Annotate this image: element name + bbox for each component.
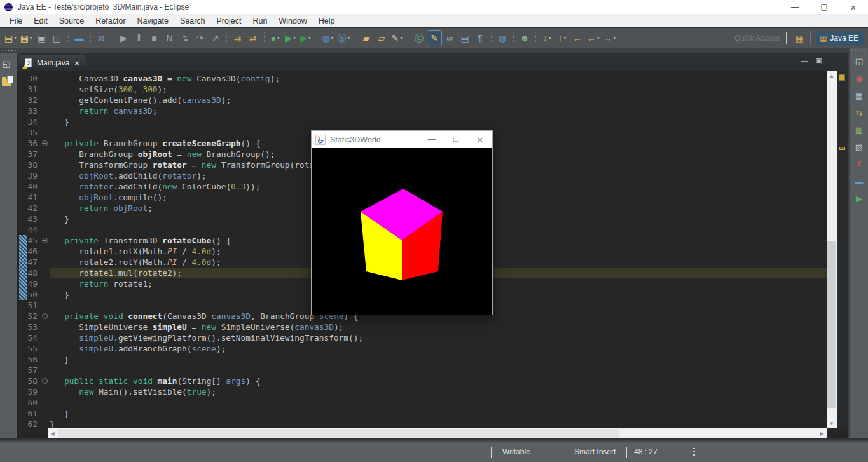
static3dworld-title-bar[interactable]: Static3DWorld — □ ×: [312, 131, 492, 148]
back-button[interactable]: ←▾: [586, 31, 601, 46]
scroll-down-icon[interactable]: ▼: [827, 419, 837, 428]
open-web-browser-button[interactable]: ◍: [495, 31, 509, 46]
horizontal-scrollbar-thumb[interactable]: [58, 429, 619, 438]
overview-annotation-marker[interactable]: [839, 147, 845, 150]
code-line-33[interactable]: 33 return canvas3D;: [17, 105, 827, 116]
problems-view-icon[interactable]: ✗: [853, 158, 865, 170]
skip-all-breakpoints-button[interactable]: ⊘: [95, 31, 109, 46]
menu-search[interactable]: Search: [174, 14, 211, 28]
code-line-34[interactable]: 34 }: [17, 116, 827, 127]
tab-main-java[interactable]: J Main.java ×: [18, 55, 86, 71]
code-line-57[interactable]: 57: [17, 365, 827, 376]
code-line-58[interactable]: 58− public static void main(String[] arg…: [17, 376, 827, 386]
menu-refactor[interactable]: Refactor: [90, 14, 131, 28]
window-close-button[interactable]: ×: [839, 0, 868, 14]
status-grip[interactable]: [693, 448, 695, 457]
menu-source[interactable]: Source: [53, 14, 90, 28]
collapse-icon[interactable]: −: [42, 140, 48, 146]
run-to-line-button[interactable]: ⇉: [231, 31, 245, 46]
new-javaee-project-button[interactable]: ▦▾: [19, 31, 34, 46]
properties-view-icon[interactable]: ▦: [853, 89, 865, 102]
quick-access-input[interactable]: [731, 32, 787, 44]
restore-views-icon[interactable]: ◱: [853, 55, 865, 67]
code-line-59[interactable]: 59 new Main().setVisible(true);: [17, 386, 827, 397]
vertical-scrollbar-thumb[interactable]: [827, 241, 836, 408]
tab-close-icon[interactable]: ×: [74, 58, 79, 68]
open-console-button[interactable]: ▬: [72, 31, 86, 46]
markup-pen-button[interactable]: ✎▾: [390, 31, 404, 46]
menu-run[interactable]: Run: [247, 14, 273, 28]
code-line-61[interactable]: 61 }: [17, 408, 827, 419]
code-line-55[interactable]: 55 simpleU.addBranchGraph(scene);: [17, 343, 827, 354]
minimize-editor-button[interactable]: —: [801, 57, 808, 64]
debug-button[interactable]: ●▾: [268, 31, 282, 46]
previous-annotation-button[interactable]: ↑▾: [555, 31, 569, 46]
next-annotation-button[interactable]: ↓▾: [540, 31, 554, 46]
run-history-button[interactable]: ▶▾: [299, 31, 313, 46]
use-step-filters-button[interactable]: ⇄: [246, 31, 260, 46]
code-line-31[interactable]: 31 setSize(300, 300);: [17, 84, 827, 95]
forward-button[interactable]: →▾: [602, 31, 617, 46]
show-whitespace-button[interactable]: ¶: [473, 31, 487, 46]
window-minimize-button[interactable]: —: [780, 0, 809, 14]
float-minimize-button[interactable]: —: [420, 134, 444, 145]
new-service-button[interactable]: Ⓢ▾: [336, 31, 352, 46]
servers-view-icon[interactable]: ⇆: [853, 106, 865, 119]
run-button[interactable]: ▶▾: [284, 31, 298, 46]
restore-views-icon[interactable]: ◱: [0, 57, 13, 70]
data-source-explorer-view-icon[interactable]: ▥: [853, 123, 865, 136]
perspective-javaee-button[interactable]: ▦ Java EE: [816, 31, 864, 45]
pause-button[interactable]: ‖: [132, 31, 146, 46]
menu-navigate[interactable]: Navigate: [132, 14, 174, 28]
new-web-service-button[interactable]: ◍▾: [321, 31, 335, 46]
user-profile-button[interactable]: ☻: [518, 31, 532, 46]
step-over-button[interactable]: ↷: [193, 31, 207, 46]
scroll-up-icon[interactable]: ▲: [827, 71, 837, 81]
project-explorer-icon[interactable]: [0, 74, 13, 87]
code-line-54[interactable]: 54 simpleU.getViewingPlatform().setNomin…: [17, 332, 827, 343]
overview-ruler[interactable]: [837, 71, 848, 428]
console-view-icon[interactable]: ▬: [853, 175, 865, 187]
toggle-highlight-button[interactable]: ✎: [427, 31, 441, 46]
show-source-button[interactable]: ▤: [458, 31, 472, 46]
last-edit-location-button[interactable]: ←: [570, 31, 584, 46]
link-with-editor-button[interactable]: ∞: [443, 31, 457, 46]
maximize-editor-button[interactable]: ▣: [816, 57, 822, 64]
terminate-button[interactable]: ■: [148, 31, 162, 46]
menu-project[interactable]: Project: [211, 14, 247, 28]
menu-help[interactable]: Help: [313, 14, 341, 28]
scroll-right-icon[interactable]: ▶: [817, 428, 827, 438]
code-line-56[interactable]: 56 }: [17, 354, 827, 365]
markers-view-icon[interactable]: ◉: [853, 72, 865, 85]
step-return-button[interactable]: ↗: [209, 31, 223, 46]
code-line-62[interactable]: 62}: [17, 419, 827, 428]
progress-view-icon[interactable]: ▶: [853, 192, 865, 205]
static3dworld-window[interactable]: Static3DWorld — □ ×: [311, 130, 493, 315]
code-line-60[interactable]: 60: [17, 397, 827, 408]
code-line-30[interactable]: 30 Canvas3D canvas3D = new Canvas3D(conf…: [17, 73, 827, 84]
collapse-icon[interactable]: −: [42, 238, 48, 243]
horizontal-scrollbar[interactable]: ◀ ▶: [48, 428, 827, 438]
menu-file[interactable]: File: [4, 14, 28, 28]
new-wizard-button[interactable]: ▤▾: [3, 31, 18, 46]
code-line-53[interactable]: 53 SimpleUniverse simpleU = new SimpleUn…: [17, 322, 827, 332]
float-close-button[interactable]: ×: [468, 134, 492, 145]
window-maximize-button[interactable]: ▢: [809, 0, 839, 14]
save-button[interactable]: ▣: [35, 31, 49, 46]
code-line-32[interactable]: 32 getContentPane().add(canvas3D);: [17, 95, 827, 105]
disconnect-button[interactable]: N: [163, 31, 177, 46]
float-maximize-button[interactable]: □: [444, 134, 468, 145]
step-into-button[interactable]: ↴: [178, 31, 192, 46]
scroll-left-icon[interactable]: ◀: [48, 428, 57, 438]
grip-handle[interactable]: [2, 50, 17, 51]
vertical-scrollbar[interactable]: ▲ ▼: [827, 71, 837, 428]
overview-header-marker[interactable]: [839, 74, 845, 81]
open-perspective-icon[interactable]: ▦: [796, 33, 804, 43]
resume-button[interactable]: ▶: [117, 31, 131, 46]
menu-edit[interactable]: Edit: [28, 14, 53, 28]
snippets-view-icon[interactable]: ▧: [853, 140, 865, 153]
import-resource-button[interactable]: ▰: [359, 31, 373, 46]
save-all-button[interactable]: ◫: [50, 31, 64, 46]
collapse-icon[interactable]: −: [42, 378, 48, 384]
new-class-button[interactable]: ⓒ: [412, 31, 426, 46]
